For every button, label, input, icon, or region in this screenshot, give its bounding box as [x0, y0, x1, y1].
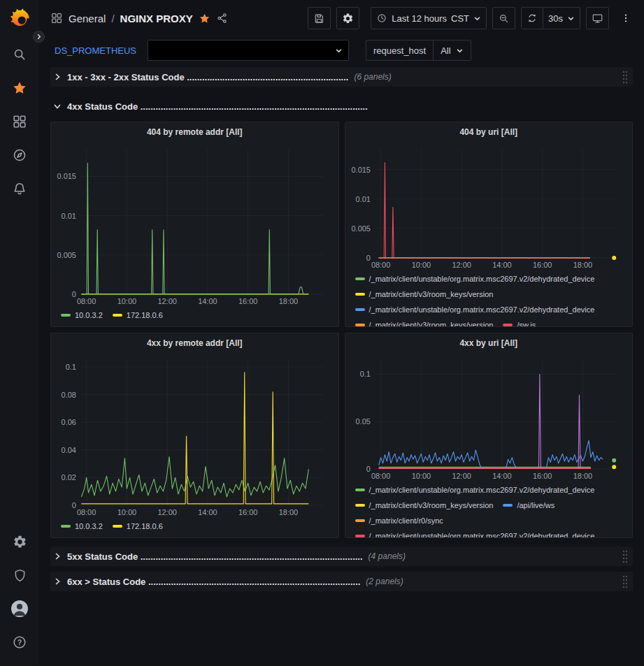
time-series-chart[interactable]: 08:0010:0012:0014:0016:0018:0000.0050.01… — [54, 143, 333, 307]
legend-item[interactable]: /sw.js — [503, 318, 536, 326]
configuration-button[interactable] — [6, 528, 34, 556]
row-header-6xx[interactable]: 6xx > Status Code ......................… — [50, 572, 633, 591]
search-button[interactable] — [6, 41, 34, 68]
breadcrumb: General / NGINX PROXY — [50, 12, 229, 24]
legend-item[interactable]: /_matrix/client/unstable/org.matrix.msc2… — [355, 483, 595, 497]
svg-text:14:00: 14:00 — [198, 297, 217, 305]
timezone-label: CST — [451, 13, 469, 24]
legend-item[interactable]: /_matrix/client/v3/room_keys/version — [355, 318, 494, 326]
row-drag-handle[interactable] — [622, 549, 629, 563]
kebab-menu-icon — [620, 13, 631, 24]
gear-icon — [342, 13, 354, 24]
panel-title[interactable]: 4xx by remote addr [All] — [51, 333, 338, 353]
svg-text:0.08: 0.08 — [62, 391, 76, 399]
grafana-dashboard: ? General / NGINX PROXY — [0, 0, 644, 666]
dashboard-content: 1xx - 3xx - 2xx Status Code ............… — [39, 64, 644, 666]
svg-text:12:00: 12:00 — [452, 472, 471, 480]
caret-down-icon — [335, 47, 343, 55]
panel-title[interactable]: 404 by uri [All] — [345, 122, 633, 142]
datasource-variable-select[interactable] — [148, 40, 349, 61]
grafana-logo-icon[interactable] — [6, 6, 34, 34]
legend-series-marker — [355, 488, 365, 491]
panel-4xx-by-uri: 4xx by uri [All] 08:0010:0012:0014:0016:… — [345, 333, 634, 538]
legend-series-marker — [113, 525, 122, 528]
page-title: NGINX PROXY — [120, 13, 193, 24]
explore-button[interactable] — [6, 141, 34, 169]
legend-item[interactable]: /_matrix/client/r0/sync — [355, 514, 443, 528]
save-dashboard-button[interactable] — [308, 7, 331, 29]
time-series-chart[interactable]: 08:0010:0012:0014:0016:0018:0000.050.1 — [348, 354, 627, 482]
row-panel-count: (4 panels) — [368, 551, 406, 561]
more-options-button[interactable] — [615, 7, 637, 29]
svg-text:0: 0 — [72, 501, 76, 509]
help-button[interactable]: ? — [6, 628, 34, 656]
refresh-button[interactable] — [521, 7, 543, 29]
panel-title[interactable]: 4xx by uri [All] — [345, 333, 633, 353]
server-admin-button[interactable] — [6, 561, 34, 589]
row-title: 4xx Status Code ........................… — [67, 101, 368, 112]
legend-item[interactable]: /_matrix/client/v3/room_keys/version — [355, 498, 494, 512]
legend-item[interactable]: /_matrix/client/unstable/org.matrix.msc2… — [355, 303, 595, 317]
row-header-1xx-3xx-2xx[interactable]: 1xx - 3xx - 2xx Status Code ............… — [50, 67, 633, 87]
legend: 10.0.3.2172.18.0.6 — [51, 518, 338, 537]
request-host-variable-select[interactable]: All — [434, 40, 471, 61]
svg-text:0.01: 0.01 — [62, 212, 76, 220]
legend-item[interactable]: /api/live/ws — [503, 498, 554, 512]
legend: /_matrix/client/unstable/org.matrix.msc2… — [345, 482, 633, 537]
time-range-label: Last 12 hours — [392, 13, 447, 24]
svg-text:10:00: 10:00 — [117, 508, 136, 516]
svg-text:10:00: 10:00 — [117, 297, 136, 305]
sidebar: ? — [0, 0, 39, 666]
chevron-right-icon — [53, 73, 62, 81]
refresh-interval-select[interactable]: 30s — [543, 7, 580, 29]
row-drag-handle[interactable] — [622, 574, 629, 588]
share-icon[interactable] — [216, 12, 229, 24]
panel-title[interactable]: 404 by remote addr [All] — [51, 122, 338, 142]
time-series-chart[interactable]: 08:0010:0012:0014:0016:0018:0000.020.040… — [54, 354, 333, 518]
toolbar: Last 12 hours CST — [308, 7, 637, 29]
legend-series-label: /api/live/ws — [517, 498, 554, 512]
refresh-icon — [527, 13, 538, 24]
legend-series-label: 10.0.3.2 — [75, 519, 103, 533]
request-host-variable-value: All — [441, 45, 450, 56]
chart-canvas: 08:0010:0012:0014:0016:0018:0000.020.040… — [54, 354, 333, 518]
legend-item[interactable]: /_matrix/client/unstable/org.matrix.msc2… — [355, 529, 595, 537]
legend-series-marker — [355, 504, 365, 507]
row-header-5xx[interactable]: 5xx Status Code ........................… — [50, 546, 633, 566]
alerting-button[interactable] — [6, 175, 34, 203]
legend-item[interactable]: /_matrix/client/v3/room_keys/version — [355, 287, 494, 301]
profile-button[interactable] — [6, 595, 34, 623]
tv-mode-button[interactable] — [586, 7, 609, 29]
caret-down-icon — [456, 47, 464, 55]
legend-series-label: /_matrix/client/v3/room_keys/version — [369, 287, 494, 301]
svg-text:16:00: 16:00 — [238, 297, 257, 305]
favorite-star-icon[interactable] — [199, 13, 210, 24]
legend-series-label: /_matrix/client/unstable/org.matrix.msc2… — [369, 529, 595, 537]
help-circle-icon: ? — [12, 635, 27, 650]
favorites-button[interactable] — [6, 74, 34, 102]
datasource-variable-label[interactable]: DS_PROMETHEUS — [50, 43, 141, 59]
chart-canvas: 08:0010:0012:0014:0016:0018:0000.050.1 — [348, 354, 627, 482]
legend-item[interactable]: 172.18.0.6 — [113, 519, 163, 533]
bell-icon — [12, 181, 27, 196]
zoom-out-button[interactable] — [492, 7, 515, 29]
request-host-variable-label[interactable]: request_host — [366, 40, 434, 61]
svg-text:0: 0 — [72, 290, 76, 298]
breadcrumb-section[interactable]: General — [69, 13, 106, 24]
caret-down-icon — [567, 15, 575, 22]
row-header-4xx[interactable]: 4xx Status Code ........................… — [50, 96, 633, 116]
row-drag-handle[interactable] — [622, 70, 629, 84]
dashboard-settings-button[interactable] — [336, 7, 359, 29]
dashboard-variables-bar: DS_PROMETHEUS request_host All — [39, 36, 644, 64]
apps-grid-icon — [12, 114, 27, 129]
legend-item[interactable]: 10.0.3.2 — [61, 308, 103, 322]
time-series-chart[interactable]: 08:0010:0012:0014:0016:0018:0000.0050.01… — [348, 143, 627, 270]
sidebar-expand-button[interactable] — [33, 31, 45, 43]
dashboards-button[interactable] — [6, 108, 34, 136]
legend-item[interactable]: /_matrix/client/unstable/org.matrix.msc2… — [355, 272, 595, 286]
svg-text:0.01: 0.01 — [355, 195, 370, 203]
legend-item[interactable]: 172.18.0.6 — [113, 308, 163, 322]
svg-text:0.02: 0.02 — [62, 473, 76, 482]
legend-item[interactable]: 10.0.3.2 — [61, 519, 103, 533]
time-range-picker[interactable]: Last 12 hours CST — [371, 7, 487, 29]
